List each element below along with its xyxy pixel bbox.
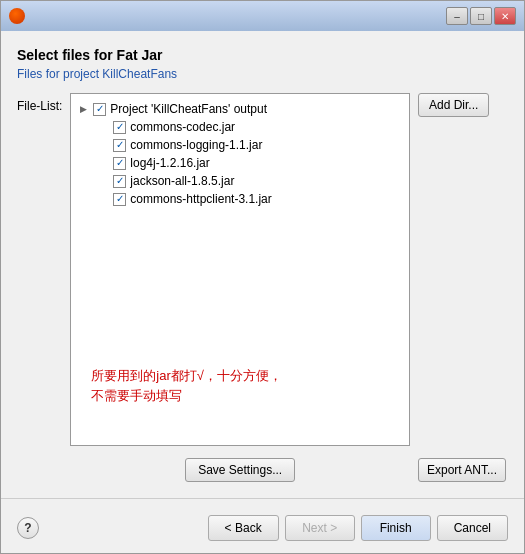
page-subtitle: Files for project KillCheatFans <box>17 67 508 81</box>
next-button[interactable]: Next > <box>285 515 355 541</box>
back-button[interactable]: < Back <box>208 515 279 541</box>
page-title: Select files for Fat Jar <box>17 47 508 63</box>
tree-arrow-icon: ▶ <box>77 103 89 115</box>
help-button[interactable]: ? <box>17 517 39 539</box>
list-item: ▶ Project 'KillCheatFans' output <box>77 100 403 118</box>
finish-button[interactable]: Finish <box>361 515 431 541</box>
title-bar-buttons: – □ ✕ <box>446 7 516 25</box>
checkbox-commons-logging[interactable] <box>113 139 126 152</box>
main-area: File-List: ▶ Project 'KillCheatFans' out… <box>17 93 508 482</box>
checkbox-httpclient[interactable] <box>113 193 126 206</box>
tree-arrow-placeholder <box>97 139 109 151</box>
right-top: Add Dir... <box>418 93 508 117</box>
tree-arrow-placeholder <box>97 121 109 133</box>
tree-arrow-placeholder <box>97 193 109 205</box>
item-label-jackson: jackson-all-1.8.5.jar <box>130 174 234 188</box>
item-label-log4j: log4j-1.2.16.jar <box>130 156 209 170</box>
right-col: Add Dir... Export ANT... <box>418 93 508 482</box>
item-label-project-output: Project 'KillCheatFans' output <box>110 102 267 116</box>
close-button[interactable]: ✕ <box>494 7 516 25</box>
maximize-button[interactable]: □ <box>470 7 492 25</box>
file-list-label: File-List: <box>17 93 62 482</box>
tree-arrow-placeholder <box>97 175 109 187</box>
tree-arrow-placeholder <box>97 157 109 169</box>
main-window: – □ ✕ Select files for Fat Jar Files for… <box>0 0 525 554</box>
checkbox-log4j[interactable] <box>113 157 126 170</box>
annotation-text: 所要用到的jar都打√，十分方便，不需要手动填写 <box>91 366 282 405</box>
list-item: commons-httpclient-3.1.jar <box>77 190 403 208</box>
cancel-button[interactable]: Cancel <box>437 515 508 541</box>
separator <box>1 498 524 499</box>
bottom-bar: ? < Back Next > Finish Cancel <box>1 507 524 553</box>
list-and-save: ▶ Project 'KillCheatFans' output commons… <box>70 93 410 482</box>
list-item: commons-logging-1.1.jar <box>77 136 403 154</box>
export-ant-button[interactable]: Export ANT... <box>418 458 506 482</box>
right-bottom: Export ANT... <box>418 117 508 482</box>
checkbox-commons-codec[interactable] <box>113 121 126 134</box>
bottom-left: ? <box>17 517 39 539</box>
item-label-httpclient: commons-httpclient-3.1.jar <box>130 192 271 206</box>
window-icon <box>9 8 25 24</box>
list-item: log4j-1.2.16.jar <box>77 154 403 172</box>
checkbox-project-output[interactable] <box>93 103 106 116</box>
save-settings-button[interactable]: Save Settings... <box>185 458 295 482</box>
item-label-commons-codec: commons-codec.jar <box>130 120 235 134</box>
save-row: Save Settings... <box>70 452 410 482</box>
list-item: jackson-all-1.8.5.jar <box>77 172 403 190</box>
dialog-content: Select files for Fat Jar Files for proje… <box>1 31 524 490</box>
add-dir-button[interactable]: Add Dir... <box>418 93 489 117</box>
item-label-commons-logging: commons-logging-1.1.jar <box>130 138 262 152</box>
title-bar: – □ ✕ <box>1 1 524 31</box>
minimize-button[interactable]: – <box>446 7 468 25</box>
file-list-box: ▶ Project 'KillCheatFans' output commons… <box>70 93 410 446</box>
list-item: commons-codec.jar <box>77 118 403 136</box>
bottom-buttons: < Back Next > Finish Cancel <box>208 515 508 541</box>
checkbox-jackson[interactable] <box>113 175 126 188</box>
